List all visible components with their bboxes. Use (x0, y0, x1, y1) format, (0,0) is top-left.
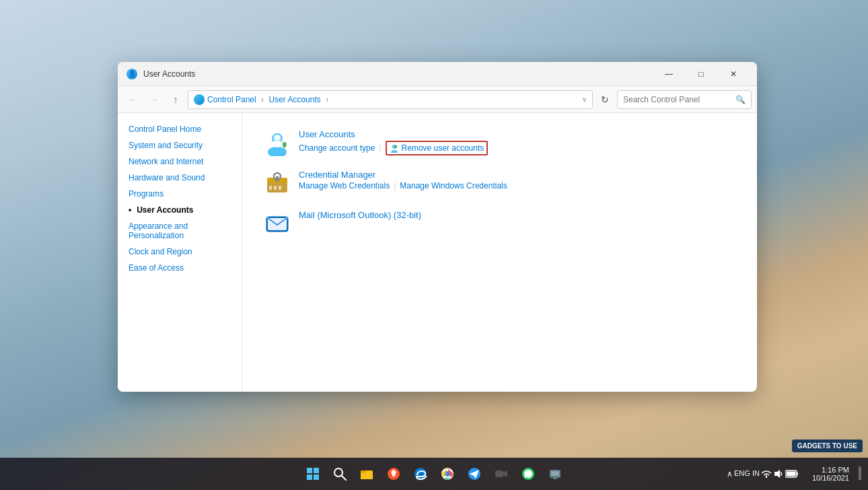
show-desktop-icon (857, 465, 863, 481)
credential-manager-title[interactable]: Credential Manager (299, 170, 507, 180)
taskbar-systray[interactable]: ∧ ENG IN (721, 466, 804, 482)
forward-button[interactable]: → (145, 90, 164, 109)
credential-manager-item: Credential Manager Manage Web Credential… (264, 170, 735, 197)
svg-point-1 (268, 147, 287, 156)
svg-rect-19 (307, 475, 312, 480)
content-area: Control Panel Home System and Security N… (118, 113, 757, 392)
taskbar-video-call-button[interactable] (489, 462, 513, 486)
user-accounts-item-icon (264, 129, 291, 156)
svg-rect-17 (307, 468, 312, 473)
watermark-text: GADGETS TO USE (797, 442, 857, 450)
refresh-button[interactable]: ↻ (595, 90, 614, 109)
sidebar-item-label: Clock and Region (129, 247, 192, 256)
path-dropdown-icon[interactable]: ∨ (582, 96, 587, 103)
search-icon[interactable]: 🔍 (735, 95, 746, 104)
sidebar-item-clock-region[interactable]: Clock and Region (118, 244, 242, 260)
svg-rect-35 (553, 478, 557, 479)
manage-web-credentials-link[interactable]: Manage Web Credentials (299, 181, 390, 190)
sidebar-item-system-security[interactable]: System and Security (118, 137, 242, 153)
user-accounts-links: Change account type | Remove use (299, 141, 488, 155)
manage-windows-credentials-link[interactable]: Manage Windows Credentials (400, 181, 507, 190)
sidebar-item-hardware-sound[interactable]: Hardware and Sound (118, 170, 242, 186)
taskbar: ∧ ENG IN (0, 458, 868, 490)
systray-arrow: ∧ (727, 469, 733, 479)
remove-user-accounts-link[interactable]: Remove user accounts (402, 143, 484, 153)
taskbar-edge-button[interactable] (408, 462, 433, 486)
taskbar-file-explorer-button[interactable] (355, 462, 379, 486)
svg-rect-38 (797, 473, 798, 475)
svg-point-4 (272, 141, 283, 147)
clock-time: 1:16 PM (812, 466, 849, 474)
change-account-type-link[interactable]: Change account type (299, 143, 375, 153)
sidebar-item-control-panel-home[interactable]: Control Panel Home (118, 121, 242, 137)
mail-item: Mail (Microsoft Outlook) (32-bit) (264, 210, 735, 237)
path-icon (194, 94, 205, 105)
clock-date: 10/16/2021 (812, 474, 849, 482)
taskbar-telegram-button[interactable] (462, 462, 486, 486)
notification-area[interactable] (857, 465, 863, 483)
network-icon (761, 468, 772, 479)
svg-rect-18 (314, 468, 319, 473)
taskbar-other-app-button[interactable] (543, 462, 567, 486)
clock[interactable]: 1:16 PM 10/16/2021 (807, 463, 855, 485)
path-user-accounts[interactable]: User Accounts (268, 95, 320, 104)
taskbar-chrome-button[interactable] (435, 462, 460, 486)
sidebar-item-label: Hardware and Sound (129, 173, 205, 182)
path-control-panel[interactable]: Control Panel (207, 95, 256, 104)
search-input[interactable] (623, 95, 733, 104)
back-button[interactable]: ← (123, 90, 142, 109)
sidebar-item-label: Appearance and Personalization (129, 221, 231, 240)
up-button[interactable]: ↑ (166, 90, 185, 109)
user-accounts-item: User Accounts Change account type | (264, 129, 735, 156)
search-box[interactable]: 🔍 (617, 90, 752, 109)
svg-line-22 (342, 476, 346, 480)
sidebar-item-appearance[interactable]: Appearance and Personalization (118, 218, 242, 244)
sidebar-item-user-accounts[interactable]: User Accounts (118, 202, 242, 218)
taskbar-search-button[interactable] (328, 462, 352, 486)
sidebar-item-label: Programs (129, 189, 164, 199)
svg-rect-13 (279, 186, 281, 190)
address-path[interactable]: Control Panel › User Accounts › ∨ (188, 90, 593, 109)
taskbar-whatsapp-button[interactable] (516, 462, 540, 486)
taskbar-brave-button[interactable] (382, 462, 406, 486)
sidebar-item-ease-of-access[interactable]: Ease of Access (118, 260, 242, 276)
sidebar-item-label: Ease of Access (129, 263, 184, 273)
user-accounts-details: User Accounts Change account type | (299, 129, 488, 155)
svg-rect-39 (786, 472, 795, 477)
desktop: 👤 User Accounts — □ ✕ ← → ↑ Control Pane… (0, 0, 868, 490)
sidebar-item-label: Network and Internet (129, 157, 203, 166)
user-accounts-title[interactable]: User Accounts (299, 129, 488, 139)
user-accounts-icon: 👤 (126, 69, 137, 79)
svg-rect-24 (361, 470, 366, 473)
svg-point-3 (275, 135, 280, 140)
close-button[interactable]: ✕ (718, 63, 749, 85)
minimize-button[interactable]: — (653, 63, 684, 85)
language-indicator[interactable]: ENG IN (734, 469, 760, 478)
sidebar: Control Panel Home System and Security N… (118, 113, 242, 392)
battery-icon (785, 470, 799, 478)
sidebar-item-label: User Accounts (137, 205, 193, 215)
credential-manager-details: Credential Manager Manage Web Credential… (299, 170, 507, 190)
window-title: User Accounts (143, 69, 653, 79)
svg-rect-20 (314, 475, 319, 480)
svg-marker-36 (774, 470, 780, 478)
taskbar-center (301, 462, 567, 486)
taskbar-windows-button[interactable] (301, 462, 325, 486)
credential-manager-links: Manage Web Credentials | Manage Windows … (299, 181, 507, 190)
maximize-button[interactable]: □ (686, 63, 717, 85)
svg-rect-30 (495, 470, 503, 477)
mail-title[interactable]: Mail (Microsoft Outlook) (32-bit) (299, 210, 421, 220)
main-panel: User Accounts Change account type | (242, 113, 757, 392)
remove-user-accounts-highlight: Remove user accounts (386, 141, 489, 155)
svg-rect-11 (269, 186, 272, 190)
credential-manager-icon (264, 170, 291, 197)
address-bar: ← → ↑ Control Panel › User Accounts › ∨ … (118, 86, 757, 113)
sidebar-item-label: System and Security (129, 141, 203, 150)
window-icon: 👤 (126, 68, 138, 80)
mail-details: Mail (Microsoft Outlook) (32-bit) (299, 210, 421, 221)
sidebar-item-network-internet[interactable]: Network and Internet (118, 153, 242, 170)
window-controls: — □ ✕ (653, 63, 749, 85)
sidebar-item-label: Control Panel Home (129, 125, 201, 134)
svg-rect-10 (276, 176, 279, 182)
sidebar-item-programs[interactable]: Programs (118, 186, 242, 202)
